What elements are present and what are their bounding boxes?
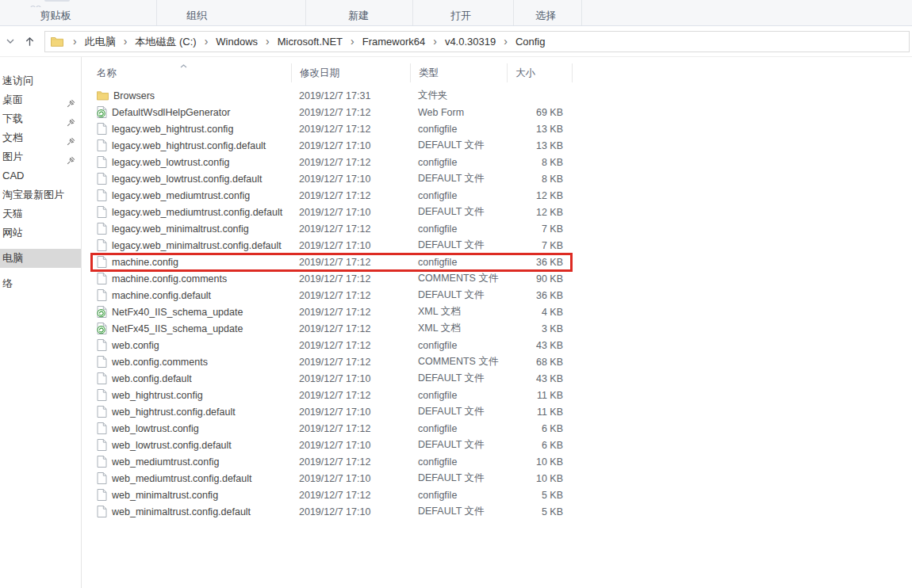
up-button[interactable] [19, 31, 40, 52]
file-row[interactable]: DefaultWsdlHelpGenerator2019/12/7 17:12W… [90, 104, 573, 120]
file-row[interactable]: legacy.web_mediumtrust.config.default201… [90, 204, 573, 220]
date-modified-cell: 2019/12/7 17:12 [291, 290, 410, 301]
file-row[interactable]: legacy.web_minimaltrust.config2019/12/7 … [90, 220, 573, 237]
file-row-highlighted[interactable]: machine.config2019/12/7 17:12configfile3… [90, 254, 573, 270]
file-row[interactable]: web.config.default2019/12/7 17:10DEFAULT… [90, 370, 573, 387]
file-row[interactable]: NetFx45_IIS_schema_update2019/12/7 17:12… [90, 320, 573, 337]
file-row[interactable]: web_minimaltrust.config2019/12/7 17:12co… [90, 487, 573, 503]
sidebar-item-label: CAD [2, 170, 24, 181]
file-row[interactable]: web_mediumtrust.config.default2019/12/7 … [90, 470, 573, 487]
file-row[interactable]: legacy.web_hightrust.config2019/12/7 17:… [90, 120, 573, 137]
file-name-cell: legacy.web_hightrust.config.default [90, 139, 291, 151]
page-icon [97, 422, 107, 434]
file-row[interactable]: legacy.web_minimaltrust.config.default20… [90, 237, 573, 254]
file-name-cell: web_mediumtrust.config.default [90, 472, 291, 484]
file-name-cell: NetFx45_IIS_schema_update [90, 323, 291, 334]
file-type-cell: DEFAULT 文件 [410, 239, 507, 252]
chevron-right-icon[interactable]: › [116, 35, 136, 48]
file-type-cell: configfile [410, 223, 507, 235]
file-row[interactable]: web_mediumtrust.config2019/12/7 17:12con… [90, 453, 573, 470]
breadcrumb-item[interactable]: v4.0.30319 [445, 36, 496, 48]
folder-icon [97, 90, 109, 101]
page-icon [97, 439, 107, 451]
chevron-right-icon[interactable]: › [425, 35, 445, 48]
file-size-cell: 36 KB [507, 290, 573, 301]
breadcrumb-item[interactable]: 本地磁盘 (C:) [135, 36, 196, 48]
sidebar-item[interactable]: 速访问 [0, 71, 81, 90]
date-modified-cell: 2019/12/7 17:12 [291, 273, 410, 284]
date-modified-cell: 2019/12/7 17:12 [291, 456, 410, 468]
file-row[interactable]: legacy.web_lowtrust.config.default2019/1… [90, 170, 573, 187]
column-header-type[interactable]: 类型 [410, 63, 507, 82]
chevron-right-icon[interactable]: › [343, 35, 362, 48]
file-row[interactable]: web_lowtrust.config2019/12/7 17:12config… [90, 420, 573, 437]
column-header-name[interactable]: 名称 [90, 63, 291, 82]
sidebar-item[interactable]: 电脑 [0, 249, 81, 268]
file-size-cell: 13 KB [507, 124, 573, 135]
sidebar-item[interactable]: 网站 [0, 223, 81, 242]
file-size-cell: 43 KB [507, 340, 573, 351]
file-name-cell: NetFx40_IIS_schema_update [90, 306, 291, 318]
breadcrumb-item[interactable]: Config [515, 36, 546, 48]
page-icon [97, 389, 107, 401]
file-name: legacy.web_lowtrust.config [112, 157, 229, 168]
clipped-button-text [44, 0, 70, 2]
sidebar-item[interactable]: 图片 [0, 147, 81, 166]
file-row[interactable]: Browsers2019/12/7 17:31文件夹 [90, 87, 573, 104]
recent-locations-dropdown[interactable] [2, 31, 19, 52]
file-row[interactable]: web_minimaltrust.config.default2019/12/7… [90, 503, 573, 520]
breadcrumb-item[interactable]: Microsoft.NET [278, 36, 343, 48]
file-row[interactable]: machine.config.default2019/12/7 17:12DEF… [90, 287, 573, 304]
address-input[interactable]: ›此电脑›本地磁盘 (C:)›Windows›Microsoft.NET›Fra… [44, 31, 910, 52]
ribbon-bar: 剪贴板组织新建打开选择 [0, 0, 912, 26]
page-icon [97, 239, 107, 251]
file-row[interactable]: web.config.comments2019/12/7 17:12COMMEN… [90, 353, 573, 370]
file-size-cell: 5 KB [507, 506, 573, 517]
column-header-date-modified[interactable]: 修改日期 [291, 63, 410, 82]
file-type-cell: XML 文档 [410, 322, 507, 335]
sidebar-item[interactable]: 桌面 [0, 90, 81, 109]
sidebar-item[interactable]: 淘宝最新图片 [0, 185, 81, 204]
file-size-cell: 36 KB [507, 257, 573, 268]
sidebar-item[interactable]: 文档 [0, 128, 81, 147]
file-name: NetFx40_IIS_schema_update [112, 307, 243, 318]
sidebar-item[interactable]: CAD [0, 166, 81, 185]
date-modified-cell: 2019/12/7 17:31 [291, 90, 410, 101]
breadcrumb-item[interactable]: Windows [216, 36, 258, 48]
chevron-right-icon[interactable]: › [496, 35, 515, 48]
sidebar-item[interactable]: 下载 [0, 109, 81, 128]
file-name: web_mediumtrust.config [112, 456, 219, 468]
file-size-cell: 6 KB [507, 440, 573, 451]
file-row[interactable]: web_lowtrust.config.default2019/12/7 17:… [90, 437, 573, 453]
file-row[interactable]: NetFx40_IIS_schema_update2019/12/7 17:12… [90, 304, 573, 320]
breadcrumb-item[interactable]: 此电脑 [85, 36, 116, 48]
file-row[interactable]: web_hightrust.config2019/12/7 17:12confi… [90, 387, 573, 403]
file-name-cell: web_mediumtrust.config [90, 456, 291, 468]
file-row[interactable]: machine.config.comments2019/12/7 17:12CO… [90, 270, 573, 287]
file-row[interactable]: web_hightrust.config.default2019/12/7 17… [90, 403, 573, 420]
chevron-right-icon[interactable]: › [258, 35, 278, 48]
chevron-right-icon[interactable]: › [197, 35, 217, 48]
ribbon-group-divider [305, 0, 306, 25]
file-row[interactable]: legacy.web_mediumtrust.config2019/12/7 1… [90, 187, 573, 204]
file-name: web.config [112, 340, 159, 351]
sidebar-item[interactable]: 天猫 [0, 204, 81, 223]
chevron-right-icon[interactable]: › [65, 35, 85, 48]
file-size-cell: 10 KB [507, 456, 573, 468]
file-name-cell: web_hightrust.config [90, 389, 291, 401]
navigation-pane: 速访问桌面下载文档图片CAD淘宝最新图片天猫网站电脑络 [0, 57, 82, 588]
file-name: web_lowtrust.config [112, 423, 199, 434]
breadcrumb-item[interactable]: Framework64 [362, 36, 425, 48]
file-size-cell: 11 KB [507, 390, 573, 401]
file-row[interactable]: legacy.web_lowtrust.config2019/12/7 17:1… [90, 154, 573, 170]
date-modified-cell: 2019/12/7 17:10 [291, 373, 410, 384]
sidebar-item[interactable]: 络 [0, 274, 81, 293]
file-row[interactable]: web.config2019/12/7 17:12configfile43 KB [90, 337, 573, 353]
file-name-cell: web.config.comments [90, 356, 291, 368]
clipped-ribbon-button[interactable] [30, 0, 79, 7]
file-name: legacy.web_hightrust.config.default [112, 140, 266, 151]
file-name: web_mediumtrust.config.default [112, 473, 251, 484]
date-modified-cell: 2019/12/7 17:10 [291, 174, 410, 185]
column-header-size[interactable]: 大小 [507, 63, 573, 82]
file-row[interactable]: legacy.web_hightrust.config.default2019/… [90, 137, 573, 154]
